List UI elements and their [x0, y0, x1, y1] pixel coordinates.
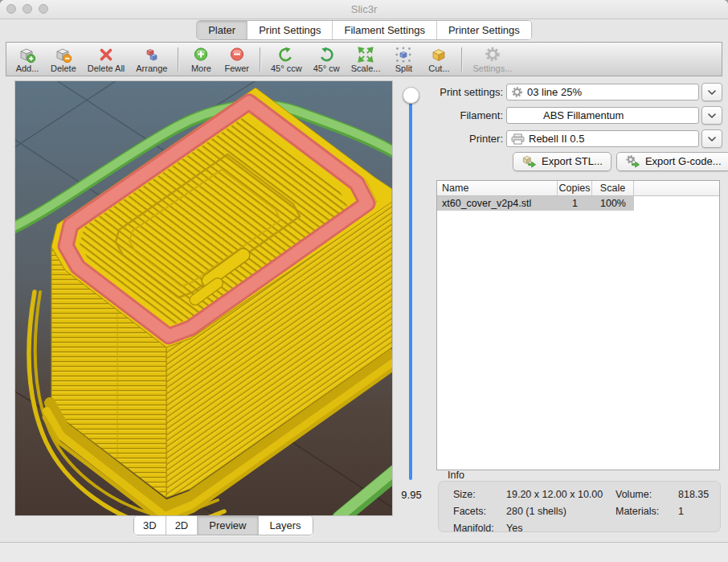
manifold-label: Manifold:	[453, 523, 506, 534]
red-cross-icon	[97, 46, 115, 64]
materials-value: 1	[678, 506, 720, 517]
printer-dropdown-button[interactable]	[701, 129, 722, 148]
column-header-copies[interactable]: Copies	[558, 181, 592, 195]
plater-toolbar: Add... Delete Delete All Arrange More Fe…	[6, 42, 722, 76]
tab-3d[interactable]: 3D	[134, 516, 166, 535]
printer-icon	[511, 133, 525, 145]
split-cube-icon	[395, 46, 412, 64]
toolbar-separator	[461, 47, 462, 72]
rotate-cw-icon	[317, 46, 335, 64]
3d-viewport[interactable]	[14, 80, 393, 516]
printer-combo[interactable]: Rebell II 0.5	[506, 130, 699, 147]
object-list: Name Copies Scale xt60_cover_v2p4.stl 1 …	[436, 180, 720, 470]
settings-button[interactable]: Settings...	[467, 45, 517, 73]
export-gear-icon	[625, 154, 640, 168]
rotate-ccw-button[interactable]: 45° ccw	[265, 45, 308, 73]
chevron-down-icon	[708, 113, 716, 118]
gear-icon	[484, 46, 501, 64]
more-button[interactable]: More	[183, 45, 219, 73]
layer-slider: 9.95	[395, 80, 427, 515]
gear-icon	[511, 86, 523, 98]
chevron-down-icon	[708, 137, 716, 142]
cubes-icon	[143, 46, 161, 64]
rotate-cw-button[interactable]: 45° cw	[308, 45, 346, 73]
gcode-preview-scene	[15, 81, 392, 515]
volume-label: Volume:	[616, 489, 678, 500]
add-button[interactable]: Add...	[10, 45, 45, 73]
print-settings-label: Print settings:	[434, 86, 503, 98]
layer-slider-value: 9.95	[391, 489, 432, 501]
main-tab-bar: Plater Print Settings Filament Settings …	[196, 20, 532, 40]
fewer-button[interactable]: Fewer	[219, 45, 255, 73]
chevron-down-icon	[708, 90, 716, 95]
table-row[interactable]: xt60_cover_v2p4.stl 1 100%	[437, 196, 719, 211]
print-settings-combo[interactable]: 03 line 25%	[506, 84, 699, 101]
filament-label: Filament:	[434, 109, 503, 121]
delete-all-button[interactable]: Delete All	[82, 45, 130, 73]
export-stl-button[interactable]: Export STL...	[513, 152, 611, 171]
facets-value: 280 (1 shells)	[506, 506, 616, 517]
arrange-button[interactable]: Arrange	[130, 45, 173, 73]
view-tab-bar: 3D 2D Preview Layers	[133, 515, 313, 535]
tab-filament-settings[interactable]: Filament Settings	[333, 21, 436, 39]
volume-value: 818.35	[678, 489, 720, 500]
tab-plater[interactable]: Plater	[197, 21, 247, 39]
scale-arrows-icon	[357, 46, 374, 64]
minus-circle-icon	[228, 46, 246, 64]
toolbar-separator	[178, 47, 178, 72]
tab-preview[interactable]: Preview	[198, 516, 258, 535]
object-name-cell: xt60_cover_v2p4.stl	[437, 196, 558, 211]
filament-dropdown-button[interactable]	[701, 106, 722, 125]
size-label: Size:	[453, 489, 506, 500]
layer-slider-track[interactable]	[409, 98, 412, 480]
layer-slider-knob[interactable]	[403, 87, 419, 104]
split-button[interactable]: Split	[386, 45, 421, 73]
plus-circle-icon	[192, 46, 210, 64]
filament-value: ABS Fillamentum	[511, 109, 624, 121]
slic3r-window: Slic3r Plater Print Settings Filament Se…	[0, 0, 728, 562]
tab-2d[interactable]: 2D	[166, 516, 198, 535]
object-copies-cell: 1	[558, 196, 592, 211]
box-add-icon	[18, 46, 36, 64]
box-remove-icon	[55, 46, 72, 64]
manifold-value: Yes	[506, 523, 616, 534]
info-section-title: Info	[448, 470, 464, 481]
size-value: 19.20 x 12.00 x 10.00	[506, 489, 616, 500]
tab-printer-settings[interactable]: Printer Settings	[437, 21, 531, 39]
printer-label: Printer:	[434, 133, 503, 145]
object-list-header: Name Copies Scale	[437, 181, 719, 196]
printer-value: Rebell II 0.5	[529, 133, 584, 145]
plater-side-panel: Print settings: 03 line 25% Filament: AB…	[434, 80, 723, 543]
toolbar-separator	[260, 47, 260, 72]
export-box-icon	[521, 154, 537, 168]
facets-label: Facets:	[453, 506, 506, 517]
tab-print-settings[interactable]: Print Settings	[247, 21, 333, 39]
info-panel: Size: 19.20 x 12.00 x 10.00 Volume: 818.…	[438, 481, 721, 532]
window-title: Slic3r	[0, 3, 728, 15]
print-settings-value: 03 line 25%	[527, 86, 582, 98]
print-settings-dropdown-button[interactable]	[701, 83, 722, 101]
title-bar: Slic3r	[0, 0, 728, 19]
column-header-spacer	[634, 181, 719, 195]
object-scale-cell: 100%	[592, 196, 634, 211]
rotate-ccw-icon	[277, 46, 295, 64]
scale-button[interactable]: Scale...	[346, 45, 386, 73]
cut-button[interactable]: Cut...	[421, 45, 456, 73]
filament-combo[interactable]: ABS Fillamentum	[506, 107, 699, 124]
materials-label: Materials:	[616, 506, 678, 517]
delete-button[interactable]: Delete	[45, 45, 82, 73]
tab-layers[interactable]: Layers	[259, 516, 313, 535]
column-header-scale[interactable]: Scale	[592, 181, 634, 195]
export-gcode-button[interactable]: Export G-code...	[616, 152, 728, 171]
status-bar	[0, 542, 728, 562]
cut-box-icon	[430, 46, 448, 64]
column-header-name[interactable]: Name	[437, 181, 558, 195]
